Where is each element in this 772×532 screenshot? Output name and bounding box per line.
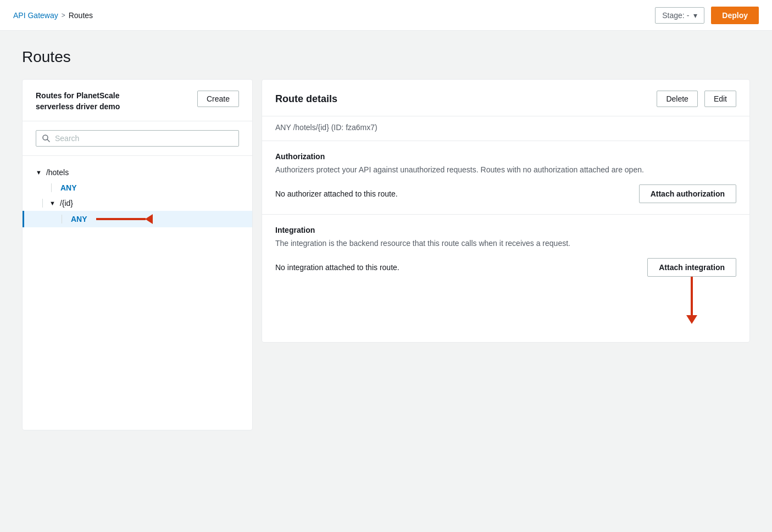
route-id-text: ANY /hotels/{id} (ID: fza6mx7)	[275, 123, 377, 132]
tree-toggle-hotels: ▼	[36, 169, 42, 176]
tree-item-id-any[interactable]: ANY	[23, 211, 252, 227]
tree-item-hotels[interactable]: ▼ /hotels	[23, 165, 252, 180]
integration-status: No integration attached to this route.	[275, 263, 399, 272]
left-panel-title: Routes for PlanetScale serverless driver…	[36, 91, 146, 112]
tree-item-id[interactable]: ▼ /{id}	[23, 195, 252, 211]
right-panel: Route details Delete Edit ANY /hotels/{i…	[262, 79, 750, 343]
authorization-row: No authorizer attached to this route. At…	[275, 184, 736, 203]
breadcrumb: API Gateway > Routes	[13, 11, 93, 20]
deploy-button[interactable]: Deploy	[711, 7, 759, 24]
layout: Routes for PlanetScale serverless driver…	[22, 79, 750, 430]
red-arrow-left-container	[96, 214, 153, 224]
left-arrow-head	[145, 214, 153, 224]
stage-dropdown[interactable]: Stage: - ▾	[655, 7, 704, 24]
route-details-title: Route details	[275, 93, 337, 105]
attach-integration-button[interactable]: Attach integration	[647, 258, 736, 277]
authorization-desc: Authorizers protect your API against una…	[275, 164, 736, 176]
attach-integration-container: Attach integration	[647, 258, 736, 277]
tree-indent-line	[51, 183, 52, 192]
left-panel: Routes for PlanetScale serverless driver…	[22, 79, 253, 430]
route-id-row: ANY /hotels/{id} (ID: fza6mx7)	[262, 116, 749, 141]
integration-title: Integration	[275, 226, 736, 234]
attach-authorization-button[interactable]: Attach authorization	[639, 184, 736, 203]
edit-button[interactable]: Edit	[704, 91, 736, 107]
integration-row: No integration attached to this route. A…	[275, 258, 736, 277]
authorization-section: Authorization Authorizers protect your A…	[262, 141, 749, 215]
tree-indent-line-2	[42, 199, 43, 208]
red-arrow-line	[96, 218, 146, 220]
main-content: Routes Routes for PlanetScale serverless…	[0, 31, 772, 448]
route-details-actions: Delete Edit	[657, 91, 736, 107]
svg-line-1	[47, 139, 49, 142]
up-arrow-head	[686, 315, 697, 324]
integration-section: Integration The integration is the backe…	[262, 215, 749, 288]
search-input[interactable]	[55, 134, 233, 143]
create-route-button[interactable]: Create	[197, 91, 239, 107]
right-panel-header: Route details Delete Edit	[262, 80, 749, 116]
tree-label-id: /{id}	[60, 199, 73, 208]
integration-desc: The integration is the backend resource …	[275, 238, 736, 249]
red-arrow-up-line	[691, 277, 693, 315]
tree-label-hotels: /hotels	[46, 168, 69, 177]
tree-method-id-any: ANY	[71, 215, 87, 223]
red-arrow-up-container	[686, 277, 697, 324]
search-container	[23, 121, 252, 156]
search-icon	[42, 134, 51, 143]
tree-method-hotels-any: ANY	[60, 183, 77, 192]
delete-button[interactable]: Delete	[657, 91, 697, 107]
breadcrumb-routes: Routes	[69, 11, 93, 20]
breadcrumb-separator: >	[62, 12, 65, 19]
tree-toggle-id: ▼	[49, 200, 55, 206]
breadcrumb-api-gateway[interactable]: API Gateway	[13, 11, 58, 20]
authorization-status: No authorizer attached to this route.	[275, 189, 398, 198]
stage-label: Stage: -	[662, 11, 689, 20]
authorization-title: Authorization	[275, 152, 736, 161]
page-title: Routes	[22, 48, 750, 66]
search-box	[36, 130, 239, 147]
tree-nav: ▼ /hotels ANY ▼ /{id} ANY	[23, 156, 252, 236]
topbar-actions: Stage: - ▾ Deploy	[655, 7, 759, 24]
tree-item-hotels-any[interactable]: ANY	[23, 180, 252, 195]
left-panel-header: Routes for PlanetScale serverless driver…	[23, 80, 252, 121]
stage-chevron-icon: ▾	[693, 11, 697, 20]
topbar: API Gateway > Routes Stage: - ▾ Deploy	[0, 0, 772, 31]
tree-indent-line-3	[62, 215, 62, 223]
